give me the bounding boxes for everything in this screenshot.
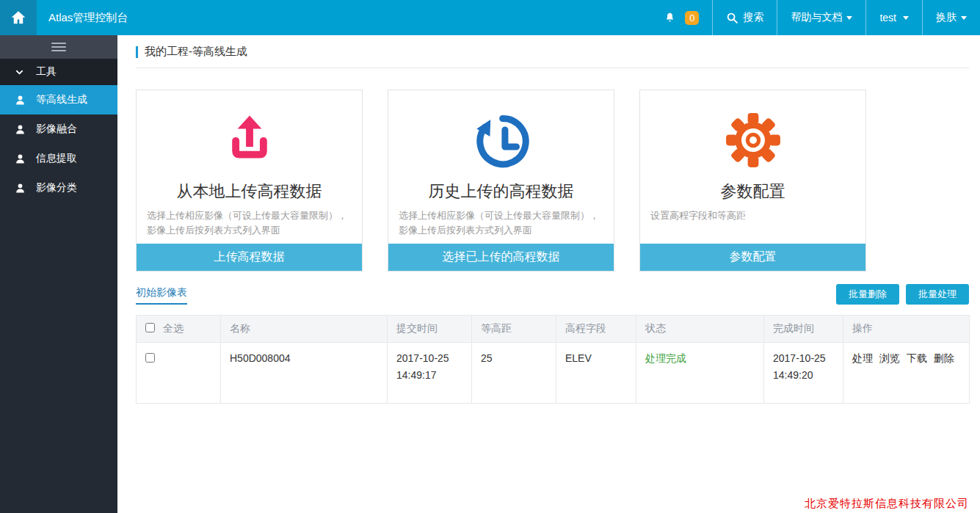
sidebar-item-image-fusion[interactable]: 影像融合 — [0, 114, 117, 144]
breadcrumb: 我的工程-等高线生成 — [136, 45, 969, 59]
notifications-button[interactable]: 0 — [651, 0, 712, 35]
column-actions: 操作 — [843, 316, 970, 343]
table-toolbar: 初始影像表 批量删除 批量处理 — [136, 284, 969, 305]
home-icon — [10, 10, 26, 26]
chevron-down-icon — [15, 68, 24, 76]
sidebar-collapse-button[interactable] — [0, 35, 117, 59]
action-process[interactable]: 处理 — [852, 352, 873, 364]
caret-down-icon — [903, 16, 909, 20]
card-parameter-config: 参数配置 设置高程字段和等高距 参数配置 — [639, 90, 866, 272]
main-content: 我的工程-等高线生成 从本地上传高程数据 选择上传相应影像（可设上传最大容量限制… — [117, 35, 980, 513]
card-title: 参数配置 — [721, 181, 785, 203]
card-description: 设置高程字段和等高距 — [650, 208, 855, 223]
column-name: 名称 — [221, 316, 388, 343]
sidebar: 工具 等高线生成 影像融合 信息提取 影像分类 — [0, 35, 117, 513]
notification-count-badge: 0 — [685, 11, 699, 25]
skin-menu[interactable]: 换肤 — [922, 0, 980, 35]
cell-submit-time: 2017-10-25 14:49:17 — [388, 343, 472, 404]
skin-label: 换肤 — [936, 11, 957, 24]
card-title: 从本地上传高程数据 — [177, 181, 322, 203]
table-header-row: 全选 名称 提交时间 等高距 高程字段 状态 完成时间 操作 — [137, 316, 970, 343]
caret-down-icon — [846, 16, 852, 20]
sidebar-item-label: 影像融合 — [36, 123, 77, 136]
card-upload-local: 从本地上传高程数据 选择上传相应影像（可设上传最大容量限制），影像上传后按列表方… — [136, 90, 363, 272]
select-all-checkbox[interactable] — [145, 323, 155, 332]
batch-buttons: 批量删除 批量处理 — [836, 284, 969, 305]
sidebar-item-info-extraction[interactable]: 信息提取 — [0, 144, 117, 173]
batch-process-button[interactable]: 批量处理 — [906, 284, 969, 305]
search-label: 搜索 — [743, 11, 763, 24]
cell-finish-time: 2017-10-25 14:49:20 — [764, 343, 843, 404]
sidebar-item-label: 信息提取 — [36, 152, 77, 165]
initial-image-table-tab[interactable]: 初始影像表 — [136, 286, 187, 305]
column-elevation-field: 高程字段 — [556, 316, 636, 343]
hamburger-icon — [51, 40, 66, 54]
batch-delete-button[interactable]: 批量删除 — [836, 284, 899, 305]
cell-name: H50D008004 — [221, 343, 388, 404]
action-cards: 从本地上传高程数据 选择上传相应影像（可设上传最大容量限制），影像上传后按列表方… — [136, 90, 969, 272]
help-docs-menu[interactable]: 帮助与文档 — [777, 0, 865, 35]
person-icon — [15, 95, 26, 106]
upload-elevation-button[interactable]: 上传高程数据 — [137, 244, 362, 271]
sidebar-item-image-classification[interactable]: 影像分类 — [0, 173, 117, 203]
sidebar-item-label: 影像分类 — [36, 181, 77, 194]
help-docs-label: 帮助与文档 — [791, 11, 842, 24]
action-view[interactable]: 浏览 — [879, 352, 900, 364]
table-row: H50D008004 2017-10-25 14:49:17 25 ELEV 处… — [137, 343, 970, 404]
sidebar-item-label: 等高线生成 — [36, 93, 87, 106]
breadcrumb-accent-bar — [136, 46, 138, 58]
history-icon — [471, 109, 531, 171]
card-description: 选择上传相应影像（可设上传最大容量限制），影像上传后按列表方式列入界面 — [399, 208, 603, 238]
person-icon — [15, 124, 26, 135]
status-badge: 处理完成 — [636, 343, 764, 404]
sidebar-item-contour-generation[interactable]: 等高线生成 — [0, 85, 117, 114]
search-button[interactable]: 搜索 — [712, 0, 777, 35]
column-status: 状态 — [636, 316, 764, 343]
gear-icon — [723, 109, 783, 171]
user-menu[interactable]: test — [865, 0, 922, 35]
parameter-config-button[interactable]: 参数配置 — [640, 244, 865, 271]
upload-icon — [219, 109, 280, 171]
image-table: 全选 名称 提交时间 等高距 高程字段 状态 完成时间 操作 H50D00800… — [136, 315, 970, 404]
sidebar-group-tools[interactable]: 工具 — [0, 59, 117, 85]
card-history-uploads: 历史上传的高程数据 选择上传相应影像（可设上传最大容量限制），影像上传后按列表方… — [388, 90, 614, 272]
caret-down-icon — [961, 16, 967, 20]
column-select-all: 全选 — [137, 316, 221, 343]
row-checkbox[interactable] — [145, 353, 155, 363]
cell-actions: 处理 浏览 下载 删除 — [843, 343, 970, 404]
card-description: 选择上传相应影像（可设上传最大容量限制），影像上传后按列表方式列入界面 — [147, 208, 352, 238]
column-finish-time: 完成时间 — [764, 316, 843, 343]
card-title: 历史上传的高程数据 — [429, 181, 574, 203]
home-button[interactable] — [0, 0, 37, 35]
navbar-right: 0 搜索 帮助与文档 test 换肤 — [651, 0, 980, 35]
person-icon — [15, 183, 26, 194]
app-title: Atlas管理控制台 — [37, 0, 132, 35]
search-icon — [726, 12, 738, 24]
cell-contour-interval: 25 — [472, 343, 556, 404]
column-contour-interval: 等高距 — [472, 316, 556, 343]
person-icon — [15, 153, 26, 164]
column-submit-time: 提交时间 — [388, 316, 472, 343]
bell-icon — [664, 12, 675, 23]
divider — [136, 68, 969, 68]
sidebar-group-label: 工具 — [36, 65, 57, 79]
breadcrumb-text: 我的工程-等高线生成 — [145, 45, 247, 59]
user-label: test — [879, 12, 896, 23]
action-download[interactable]: 下载 — [907, 352, 927, 364]
top-navbar: Atlas管理控制台 0 搜索 帮助与文档 test 换肤 — [0, 0, 980, 35]
company-footer: 北京爱特拉斯信息科技有限公司 — [805, 497, 969, 511]
cell-elevation-field: ELEV — [556, 343, 636, 404]
action-delete[interactable]: 删除 — [934, 352, 954, 364]
select-uploaded-elevation-button[interactable]: 选择已上传的高程数据 — [388, 244, 614, 271]
